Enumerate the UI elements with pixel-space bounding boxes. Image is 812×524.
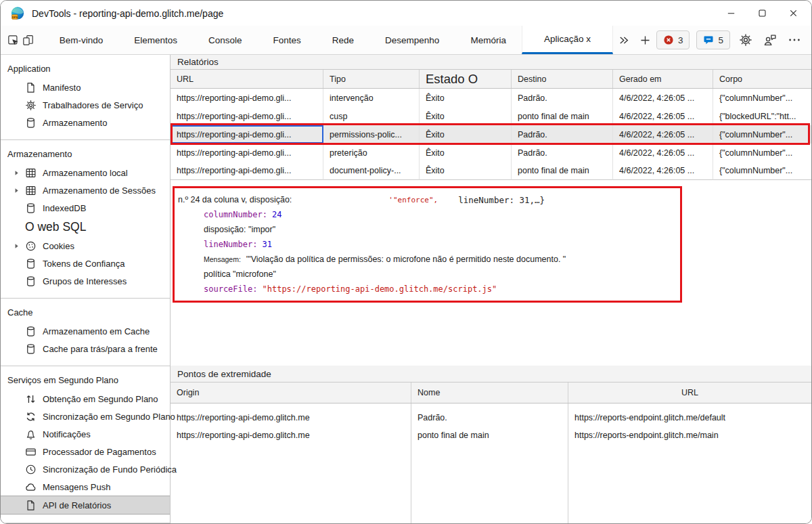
endpoint-cell-nome: Padrão. [411, 409, 568, 427]
sidebar-item-label: Sincronização em Segundo Plano [43, 412, 175, 422]
issues-badge[interactable]: 5 [696, 30, 730, 49]
report-row[interactable]: https://reporting-api-demo.gli...documen… [171, 162, 811, 180]
endpoints-table-header: Origin Nome URL [171, 383, 811, 403]
tab-aplicacao-x[interactable]: Aplicação x [522, 26, 613, 54]
more-tabs-button[interactable] [613, 35, 635, 46]
message-label: Mensagem: [204, 255, 241, 263]
plus-icon [639, 35, 651, 46]
sidebar-item-armazenamento-local[interactable]: Armazenamento local [1, 164, 170, 181]
sidebar-item-sincronizacao-em-segundo-plano[interactable]: Sincronização em Segundo Plano [1, 408, 170, 425]
column-header-estado[interactable]: Estado O [420, 70, 512, 88]
column-header-destino[interactable]: Destino [512, 70, 613, 88]
policy-text: política "microfone" [204, 269, 276, 279]
feedback-button[interactable] [761, 31, 779, 49]
sidebar-item-label: Processador de Pagamentos [43, 447, 156, 457]
error-count: 3 [678, 35, 683, 45]
column-header-tipo[interactable]: Tipo [323, 70, 420, 88]
chevron-double-right-icon [618, 35, 629, 46]
sidebar-item-armazenamento-de-sessoes[interactable]: Armazenamento de Sessões [1, 181, 170, 199]
document-icon [25, 500, 37, 511]
detail-row-policy[interactable]: política "microfone" [178, 267, 680, 282]
sidebar-item-armazenamento-em-cache[interactable]: Armazenamento em Cache [1, 322, 170, 340]
tab-bem-vindo[interactable]: Bem-vindo [44, 26, 119, 54]
report-row[interactable]: https://reporting-api-demo.gli...cuspÊxi… [171, 107, 811, 125]
sidebar-item-obtencao-em-segundo-plano[interactable]: Obtenção em Segundo Plano [1, 390, 170, 408]
disclosure-spacer [13, 84, 25, 91]
sidebar-item-armazenamento[interactable]: Armazenamento [1, 114, 170, 131]
detail-row-line-number[interactable]: lineNumber: 31 [178, 237, 680, 252]
report-cell-tipo: cusp [323, 107, 420, 125]
report-row[interactable]: https://reporting-api-demo.gli...permiss… [171, 125, 811, 144]
disclosure-triangle-icon[interactable] [13, 187, 25, 194]
sidebar-item-processador-de-pagamentos[interactable]: Processador de Pagamentos [1, 443, 170, 460]
sidebar-item-notificacoes[interactable]: Notificações [1, 425, 170, 443]
report-cell-tipo: preterição [323, 144, 420, 162]
tab-rede[interactable]: Rede [317, 26, 369, 54]
detail-row-message[interactable]: Mensagem: '"Violação da política de perm… [178, 252, 680, 267]
database-icon [25, 343, 37, 355]
sidebar-item-mensagens-push[interactable]: Mensagens Push [1, 478, 170, 496]
minimize-button[interactable] [715, 1, 746, 26]
report-body-summary[interactable]: n.º 24 da coluna v, disposição: '"enforc… [178, 192, 680, 207]
report-cell-destino: Padrão. [512, 89, 613, 107]
tab-memoria[interactable]: Memória [455, 26, 522, 54]
disclosure-triangle-icon[interactable] [13, 169, 25, 177]
sidebar-section-title: Armazenamento [1, 140, 170, 164]
disclosure-triangle-icon[interactable] [13, 242, 25, 250]
sidebar-item-indexeddb[interactable]: IndexedDB [1, 199, 170, 217]
sidebar-item-label: Cookies [43, 241, 74, 251]
inspect-icon [7, 35, 19, 46]
disclosure-spacer [13, 345, 25, 353]
column-header-corpo[interactable]: Corpo [713, 70, 811, 88]
tab-fontes[interactable]: Fontes [258, 26, 317, 54]
inspect-element-button[interactable] [6, 26, 21, 54]
sidebar-item-label: Trabalhadores de Serviço [43, 100, 143, 110]
sidebar-item-manifesto[interactable]: Manifesto [1, 79, 170, 96]
card-icon [25, 446, 37, 458]
report-cell-destino: Padrão. [512, 144, 613, 162]
disclosure-spacer [13, 502, 25, 509]
tab-console[interactable]: Console [193, 26, 258, 54]
sidebar-item-trabalhadores-de-servico[interactable]: Trabalhadores de Serviço [1, 96, 170, 114]
sidebar-item-grupos-de-interesses[interactable]: Grupos de Interesses [1, 272, 170, 290]
sidebar-item-cookies[interactable]: Cookies [1, 237, 170, 255]
gear-icon [739, 33, 752, 47]
device-emulation-button[interactable] [21, 26, 36, 54]
report-row[interactable]: https://reporting-api-demo.gli...interve… [171, 89, 811, 107]
more-options-button[interactable] [786, 31, 803, 49]
panel-tabs: Bem-vindoElementosConsoleFontesRedeDesem… [44, 26, 613, 54]
column-header-origin[interactable]: Origin [171, 383, 411, 403]
errors-badge[interactable]: 3 [656, 30, 690, 49]
report-row[interactable]: https://reporting-api-demo.gli...preteri… [171, 144, 811, 162]
settings-button[interactable] [737, 31, 754, 49]
add-panel-button[interactable] [635, 35, 656, 46]
report-body-detail-highlight: n.º 24 da coluna v, disposição: '"enforc… [173, 186, 682, 303]
column-header-gerado-em[interactable]: Gerado em [613, 70, 713, 88]
maximize-button[interactable] [746, 1, 777, 26]
tab-elementos[interactable]: Elementos [118, 26, 193, 54]
column-header-endpoint-url[interactable]: URL [568, 383, 811, 403]
tab-desempenho[interactable]: Desempenho [369, 26, 455, 54]
sidebar-item-api-de-relatorios[interactable]: API de Relatórios [1, 496, 170, 515]
endpoint-cell-nome: ponto final de main [411, 427, 568, 444]
sidebar-item-o-web-sql[interactable]: O web SQL [1, 217, 170, 237]
sidebar-item-cache-para-tras-para-a-frente[interactable]: Cache para trás/para a frente [1, 340, 170, 357]
detail-row-disposition[interactable]: disposição: "impor" [178, 222, 680, 237]
disclosure-spacer [13, 431, 25, 438]
disclosure-spacer [13, 260, 25, 267]
column-header-url[interactable]: URL [171, 70, 323, 88]
json-key: columnNumber: [204, 210, 267, 219]
sidebar-item-sincronizacao-de-fundo-periodica[interactable]: Sincronização de Fundo Periódica [1, 460, 170, 478]
report-cell-corpo: {"blockedURL":"htt... [713, 107, 811, 125]
detail-row-column-number[interactable]: columnNumber: 24 [178, 207, 680, 222]
sidebar-item-tokens-de-confianca[interactable]: Tokens de Confiança [1, 255, 170, 272]
database-icon [25, 117, 37, 129]
disposition-text: disposição: "impor" [204, 225, 275, 234]
message-text: '"Violação da política de permissões: o … [246, 255, 566, 264]
close-button[interactable] [777, 1, 809, 26]
cloud-icon [25, 481, 37, 493]
column-header-nome[interactable]: Nome [411, 383, 568, 403]
detail-row-source-file[interactable]: sourceFile: "https://reporting-api-demo.… [178, 282, 680, 297]
report-cell-estado: Êxito [420, 125, 512, 144]
report-cell-gerado: 4/6/2022, 4:26:05 ... [613, 89, 713, 107]
